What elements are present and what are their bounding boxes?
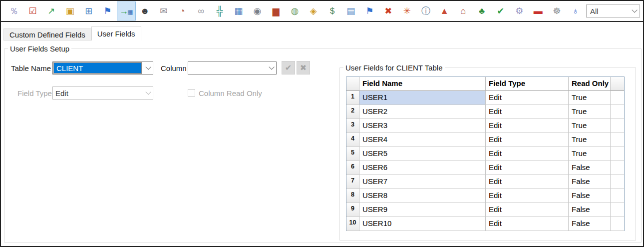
row-header-cell[interactable]: 10: [346, 217, 359, 231]
column-combobox[interactable]: [188, 62, 277, 74]
grid-column-header-read-only[interactable]: Read Only: [569, 77, 611, 91]
column-label: Column: [161, 64, 187, 72]
org-chart-icon[interactable]: ╬: [211, 2, 230, 20]
car-icon[interactable]: ▬: [529, 2, 548, 20]
table-name-combobox[interactable]: CLIENT: [52, 62, 153, 74]
toolbar-filter-dropdown[interactable]: All: [586, 4, 640, 18]
tree-icon[interactable]: ♣: [473, 2, 492, 20]
pinwheel-icon[interactable]: ☸: [548, 2, 567, 20]
row-header-cell[interactable]: 8: [346, 189, 359, 203]
info-doc-icon: ⓘ: [421, 6, 430, 16]
box-check-icon[interactable]: ◈: [304, 2, 323, 20]
gauge-icon[interactable]: ◔: [173, 2, 192, 20]
tree-icon: ♣: [479, 6, 485, 16]
field-type-combobox[interactable]: Edit: [52, 86, 153, 100]
row-header-cell[interactable]: 1: [346, 91, 359, 105]
calendar-icon[interactable]: ▦: [229, 2, 248, 20]
cell-field-type[interactable]: Edit: [486, 217, 569, 231]
cell-field-type[interactable]: Edit: [486, 133, 569, 147]
cell-field-type[interactable]: Edit: [486, 147, 569, 161]
percent-icon[interactable]: ％: [4, 2, 23, 20]
column-read-only-checkbox[interactable]: [188, 89, 195, 96]
cell-read-only[interactable]: True: [569, 91, 611, 105]
cell-read-only[interactable]: False: [569, 217, 611, 231]
cell-read-only[interactable]: True: [569, 147, 611, 161]
invoice-icon: ＄: [327, 6, 336, 16]
cell-field-name[interactable]: USER1: [359, 91, 486, 105]
shapes-icon: ▲: [440, 6, 449, 16]
cell-field-name[interactable]: USER4: [359, 133, 486, 147]
grid-column-header-field-type[interactable]: Field Type: [486, 77, 569, 91]
row-header-cell[interactable]: 2: [346, 105, 359, 119]
row-header-cell[interactable]: 3: [346, 119, 359, 133]
toolbox-icon[interactable]: ▆: [267, 2, 286, 20]
form-icon[interactable]: ▤: [341, 2, 360, 20]
tab-user-fields[interactable]: User Fields: [91, 26, 141, 40]
home-icon: ⌂: [460, 6, 466, 16]
cancel-button[interactable]: ✖: [297, 61, 310, 74]
link-icon[interactable]: ∞: [192, 2, 211, 20]
table-name-label: Table Name: [11, 64, 51, 72]
camera-icon[interactable]: ◉: [248, 2, 267, 20]
cell-filler: [611, 175, 624, 189]
cell-field-type[interactable]: Edit: [486, 203, 569, 217]
row-header-cell[interactable]: 7: [346, 175, 359, 189]
cell-field-type[interactable]: Edit: [486, 161, 569, 175]
cell-read-only[interactable]: True: [569, 133, 611, 147]
package-icon[interactable]: ▣: [61, 2, 80, 20]
tab-custom-defined-fields[interactable]: Custom Defined Fields: [3, 28, 91, 40]
shapes-icon[interactable]: ▲: [435, 2, 454, 20]
mail-check-icon[interactable]: ✉: [154, 2, 173, 20]
cell-field-name[interactable]: USER8: [359, 189, 486, 203]
network-delete-icon[interactable]: ✖: [379, 2, 398, 20]
globe-icon[interactable]: ♁: [566, 2, 585, 20]
flag-icon[interactable]: ⚑: [98, 2, 117, 20]
copy-check-icon[interactable]: ⊞: [79, 2, 98, 20]
checklist-icon[interactable]: ☑: [23, 2, 42, 20]
row-header-cell[interactable]: 6: [346, 161, 359, 175]
cell-field-name[interactable]: USER5: [359, 147, 486, 161]
row-header-cell[interactable]: 5: [346, 147, 359, 161]
cell-field-name[interactable]: USER10: [359, 217, 486, 231]
cell-field-name[interactable]: USER7: [359, 175, 486, 189]
cell-filler: [611, 105, 624, 119]
grid-corner-cell: [346, 77, 359, 91]
cell-read-only[interactable]: False: [569, 161, 611, 175]
tab-strip: Custom Defined Fields User Fields: [3, 26, 141, 40]
cell-field-type[interactable]: Edit: [486, 189, 569, 203]
table-link-icon[interactable]: →▦: [117, 2, 136, 20]
cell-field-name[interactable]: USER2: [359, 105, 486, 119]
chevron-down-icon[interactable]: [145, 64, 151, 70]
chevron-down-icon[interactable]: [269, 64, 274, 70]
cell-field-type[interactable]: Edit: [486, 105, 569, 119]
info-doc-icon[interactable]: ⓘ: [416, 2, 435, 20]
apply-button[interactable]: ✔: [282, 61, 295, 74]
cell-read-only[interactable]: False: [569, 189, 611, 203]
cell-filler: [611, 147, 624, 161]
chart-increase-icon[interactable]: ↗: [42, 2, 61, 20]
table-name-selection: CLIENT: [54, 63, 141, 73]
database-check-icon[interactable]: ◍: [286, 2, 305, 20]
cell-read-only[interactable]: True: [569, 119, 611, 133]
flag-icon[interactable]: ⚑: [360, 2, 379, 20]
home-icon[interactable]: ⌂: [454, 2, 473, 20]
cell-field-type[interactable]: Edit: [486, 119, 569, 133]
grid-column-header-field-name[interactable]: Field Name: [359, 77, 486, 91]
cell-field-type[interactable]: Edit: [486, 91, 569, 105]
gears-icon[interactable]: ⚙: [510, 2, 529, 20]
network-icon[interactable]: ✳: [398, 2, 417, 20]
person-icon[interactable]: ☻: [136, 2, 155, 20]
row-header-cell[interactable]: 9: [346, 203, 359, 217]
percent-icon: ％: [9, 6, 18, 16]
cell-read-only[interactable]: True: [569, 105, 611, 119]
cell-read-only[interactable]: False: [569, 175, 611, 189]
row-header-cell[interactable]: 4: [346, 133, 359, 147]
cell-read-only[interactable]: False: [569, 203, 611, 217]
check-icon[interactable]: ✔: [491, 2, 510, 20]
cell-field-name[interactable]: USER3: [359, 119, 486, 133]
cell-field-name[interactable]: USER9: [359, 203, 486, 217]
cell-field-type[interactable]: Edit: [486, 175, 569, 189]
form-icon: ▤: [346, 6, 355, 16]
cell-field-name[interactable]: USER6: [359, 161, 486, 175]
invoice-icon[interactable]: ＄: [323, 2, 342, 20]
